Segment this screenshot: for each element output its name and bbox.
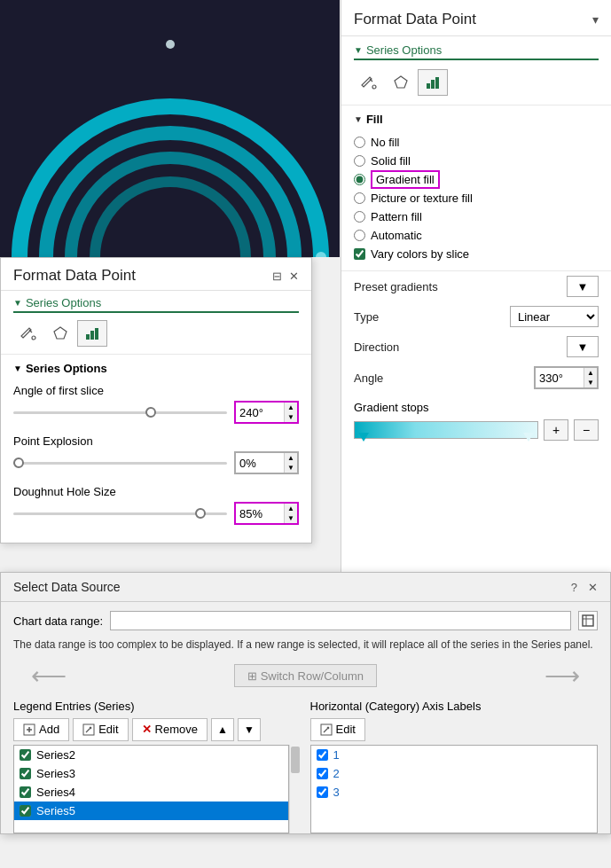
angle-slider-track[interactable] [13,411,227,414]
range-picker-btn[interactable] [578,611,598,630]
right-icon-row [341,60,611,106]
legend-entries-buttons: Add Edit ✕ Remove ▲ ▼ [13,718,302,741]
fill-section-header[interactable]: Fill [354,113,599,126]
svg-point-7 [32,336,35,340]
two-col-section: Legend Entries (Series) Add Edit ✕ Remov… [13,700,598,833]
series2-checkbox[interactable] [20,749,31,761]
series-move-down-btn[interactable]: ▼ [238,718,261,741]
right-panel-header: Format Data Point ▾ [341,0,611,36]
chart-range-input[interactable] [110,611,571,630]
left-panel-icons: ⊟ ✕ [272,270,299,283]
svg-rect-5 [431,80,435,89]
angle-slider-thumb[interactable] [145,407,156,418]
hole-value-input[interactable]: 85% [236,504,284,523]
preset-gradients-row: Preset gradients ▼ [341,271,611,301]
bar-chart-icon-btn[interactable] [418,69,448,96]
legend-scrollbar[interactable] [289,745,302,833]
gradient-stops-bar-row: + − [354,419,599,441]
hole-slider-track[interactable] [13,512,227,515]
collapse-icon[interactable]: ▾ [592,12,599,27]
remove-series-btn[interactable]: ✕ Remove [132,718,208,741]
dialog-close-btn[interactable]: ✕ [588,581,598,594]
axis-label-3-checkbox[interactable] [317,786,328,798]
series-move-up-btn[interactable]: ▲ [211,718,234,741]
series3-checkbox[interactable] [20,768,31,779]
explosion-spin-up[interactable]: ▲ [285,453,297,463]
pattern-fill-row: Pattern fill [354,207,599,226]
angle-slider-row: Angle of first slice 240° ▲ ▼ [13,384,299,424]
gradient-bar[interactable] [354,421,538,439]
explosion-slider-row: Point Explosion 0% ▲ ▼ [13,434,299,474]
angle-spin-up[interactable]: ▲ [584,368,597,378]
left-close-icon[interactable]: ✕ [289,270,299,283]
vary-colors-label[interactable]: Vary colors by slice [371,247,469,261]
left-paint-bucket-btn[interactable] [13,320,43,347]
warning-text: The data range is too complex to be disp… [13,637,598,653]
picture-texture-label[interactable]: Picture or texture fill [371,192,473,205]
paint-bucket-icon-btn[interactable] [354,69,384,96]
switch-row-column-btn[interactable]: ⊞ Switch Row/Column [234,664,377,687]
hole-spin-down[interactable]: ▼ [285,513,297,523]
svg-marker-8 [54,327,67,339]
explosion-slider-track[interactable] [13,462,227,465]
angle-input[interactable]: 330° [536,368,584,387]
left-panel-header: Format Data Point ⊟ ✕ [1,258,311,291]
svg-rect-9 [86,334,90,340]
list-item-series4[interactable]: Series4 [14,783,288,802]
gradient-stop-handle-right[interactable] [523,433,534,442]
axis-label-1-checkbox[interactable] [317,749,328,761]
gradient-stop-add-btn[interactable]: + [544,419,568,441]
data-source-dialog: Select Data Source ? ✕ Chart data range:… [0,572,611,834]
explosion-slider-thumb[interactable] [13,457,24,468]
svg-point-2 [372,85,376,89]
left-series-options-tab[interactable]: Series Options [1,291,311,309]
list-item-series3[interactable]: Series3 [14,764,288,783]
edit-axis-btn[interactable]: Edit [310,718,365,741]
angle-value-spin-down[interactable]: ▼ [285,412,297,422]
legend-scrollbar-thumb [291,747,300,773]
angle-input-box: 330° ▲ ▼ [534,366,599,389]
list-item-series2[interactable]: Series2 [14,746,288,764]
svg-rect-12 [583,615,593,626]
angle-spin-down[interactable]: ▼ [584,378,597,387]
left-minimize-icon[interactable]: ⊟ [272,270,282,283]
left-bar-chart-btn[interactable] [77,320,107,347]
legend-list-box: Series2 Series3 Series4 Series5 [13,745,289,833]
direction-label: Direction [354,340,399,354]
explosion-value-input[interactable]: 0% [236,453,284,473]
svg-marker-3 [395,76,407,88]
edit-axis-icon [320,723,333,736]
direction-btn[interactable]: ▼ [567,336,599,357]
preset-gradients-btn[interactable]: ▼ [567,276,599,297]
dialog-help-btn[interactable]: ? [571,581,577,594]
pattern-fill-label[interactable]: Pattern fill [371,210,422,223]
pentagon-icon-btn[interactable] [386,69,416,96]
series5-checkbox[interactable] [20,805,31,817]
solid-fill-label[interactable]: Solid fill [371,154,411,168]
add-series-btn[interactable]: Add [13,718,69,741]
series4-checkbox[interactable] [20,786,31,798]
hole-spin-up[interactable]: ▲ [285,504,297,513]
left-pentagon-btn[interactable] [45,320,75,347]
explosion-control-row: 0% ▲ ▼ [13,451,299,474]
axis-label-2-checkbox[interactable] [317,768,328,779]
gradient-stop-remove-btn[interactable]: − [574,419,599,441]
explosion-spin-down[interactable]: ▼ [285,463,297,473]
gradient-stop-handle-left[interactable] [358,433,369,442]
series3-label: Series3 [36,767,75,780]
axis-labels-list: 1 2 3 [310,745,599,833]
hole-slider-thumb[interactable] [195,508,206,519]
type-select[interactable]: Linear [510,306,599,327]
right-series-options-tab[interactable]: Series Options [341,36,611,57]
list-item-series5[interactable]: Series5 [14,802,288,820]
angle-value-spin-up[interactable]: ▲ [285,403,297,412]
edit-icon [82,723,95,736]
series-section-header[interactable]: Series Options [13,362,299,375]
automatic-label[interactable]: Automatic [371,229,422,242]
svg-rect-11 [95,328,98,340]
edit-series-btn[interactable]: Edit [73,718,128,741]
angle-value-input[interactable]: 240° [236,403,284,422]
no-fill-label[interactable]: No fill [371,136,400,149]
hole-value-spin: ▲ ▼ [284,504,297,523]
series4-label: Series4 [36,786,75,799]
